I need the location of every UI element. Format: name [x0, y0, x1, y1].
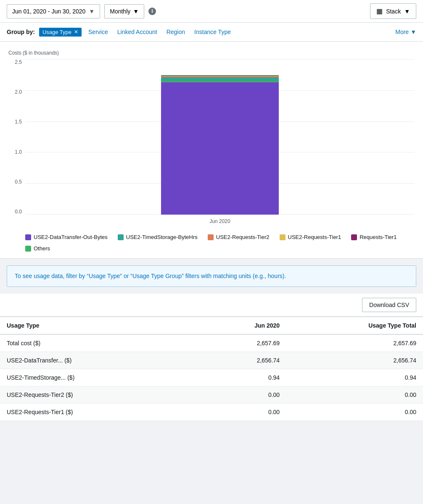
group-filter-service[interactable]: Service: [86, 27, 111, 37]
group-filter-instance-type[interactable]: Instance Type: [192, 27, 233, 37]
cell-jun: 0.00: [150, 404, 286, 421]
legend-color-others: [25, 246, 31, 252]
y-tick-2: 2.0: [8, 89, 24, 95]
cell-jun: 0.94: [150, 369, 286, 386]
legend-color-requests-tier1-b: [351, 234, 357, 240]
y-tick-05: 0.5: [8, 179, 24, 185]
date-chevron-icon: ▼: [89, 8, 95, 15]
cell-total: 2,656.74: [286, 352, 423, 369]
legend-color-data-transfer: [25, 234, 31, 240]
granularity-chevron-icon: ▼: [133, 8, 139, 15]
remove-group-tag-icon[interactable]: ✕: [74, 29, 78, 35]
legend-requests-tier1-b: Requests-Tier1: [351, 234, 397, 240]
download-csv-button[interactable]: Download CSV: [362, 298, 416, 312]
table-row: Total cost ($) 2,657.69 2,657.69: [0, 334, 423, 352]
y-axis: 0.0 0.5 1.0 1.5 2.0 2.5: [8, 59, 24, 215]
table-row: USE2-TimedStorage... ($) 0.94 0.94: [0, 369, 423, 386]
cell-total: 2,657.69: [286, 334, 423, 352]
cell-usage-type: USE2-DataTransfer... ($): [0, 352, 150, 369]
cell-total: 0.00: [286, 386, 423, 404]
usage-info-box: To see usage data, filter by “Usage Type…: [7, 265, 416, 287]
stack-label: Stack: [386, 8, 401, 15]
chart-grid: Jun 2020: [25, 59, 415, 227]
group-filter-region[interactable]: Region: [164, 27, 188, 37]
y-tick-15: 1.5: [8, 119, 24, 125]
cell-total: 0.94: [286, 369, 423, 386]
cell-usage-type: USE2-TimedStorage... ($): [0, 369, 150, 386]
y-tick-0: 0.0: [8, 209, 24, 215]
date-range-selector[interactable]: Jun 01, 2020 - Jun 30, 2020 ▼: [7, 4, 100, 18]
cell-usage-type: Total cost ($): [0, 334, 150, 352]
cell-usage-type: USE2-Requests-Tier1 ($): [0, 404, 150, 421]
chart-legend: USE2-DataTransfer-Out-Bytes USE2-TimedSt…: [8, 234, 415, 252]
granularity-label: Monthly: [110, 8, 130, 15]
table-section: Download CSV Usage Type Jun 2020 Usage T…: [0, 294, 423, 421]
x-label-jun2020: Jun 2020: [161, 218, 279, 224]
legend-color-timed-storage: [118, 234, 124, 240]
group-by-bar: Group by: Usage Type ✕ Service Linked Ac…: [0, 23, 423, 42]
group-by-label: Group by:: [7, 29, 35, 35]
x-labels: Jun 2020: [25, 215, 415, 227]
table-row: USE2-Requests-Tier1 ($) 0.00 0.00: [0, 404, 423, 421]
legend-timed-storage: USE2-TimedStorage-ByteHrs: [118, 234, 198, 240]
active-group-tag[interactable]: Usage Type ✕: [39, 28, 82, 37]
y-tick-25: 2.5: [8, 59, 24, 65]
bar-segment-data-transfer: [161, 81, 279, 215]
cell-usage-type: USE2-Requests-Tier2 ($): [0, 386, 150, 404]
col-header-jun2020: Jun 2020: [150, 317, 286, 334]
legend-label-data-transfer: USE2-DataTransfer-Out-Bytes: [34, 234, 108, 240]
bar-jun2020: [161, 75, 279, 215]
date-range-label: Jun 01, 2020 - Jun 30, 2020: [12, 8, 85, 15]
cell-jun: 0.00: [150, 386, 286, 404]
legend-data-transfer: USE2-DataTransfer-Out-Bytes: [25, 234, 108, 240]
legend-label-requests-tier2: USE2-Requests-Tier2: [216, 234, 270, 240]
chart-container: Costs ($ in thousands) 0.0 0.5 1.0 1.5 2…: [0, 42, 423, 259]
legend-label-requests-tier1: USE2-Requests-Tier1: [288, 234, 341, 240]
legend-others: Others: [25, 245, 50, 252]
stack-selector[interactable]: ▦ Stack ▼: [370, 3, 416, 19]
col-header-total: Usage Type Total: [286, 317, 423, 334]
top-bar: Jun 01, 2020 - Jun 30, 2020 ▼ Monthly ▼ …: [0, 0, 423, 23]
bar-chart-icon: ▦: [376, 7, 383, 15]
y-axis-label: Costs ($ in thousands): [8, 50, 415, 56]
granularity-selector[interactable]: Monthly ▼: [104, 4, 144, 18]
table-header-row: Download CSV: [0, 294, 423, 316]
cost-table: Usage Type Jun 2020 Usage Type Total Tot…: [0, 316, 423, 421]
legend-requests-tier1: USE2-Requests-Tier1: [280, 234, 341, 240]
active-group-label: Usage Type: [42, 29, 71, 35]
bars-row: [25, 59, 415, 215]
bar-segment-timed-storage: [161, 77, 279, 81]
legend-label-requests-tier1-b: Requests-Tier1: [360, 234, 397, 240]
chart-area: 0.0 0.5 1.0 1.5 2.0 2.5: [8, 59, 415, 227]
col-header-usage-type: Usage Type: [0, 317, 150, 334]
cell-total: 0.00: [286, 404, 423, 421]
usage-info-message: To see usage data, filter by “Usage Type…: [15, 273, 286, 279]
cell-jun: 2,657.69: [150, 334, 286, 352]
group-filter-linked-account[interactable]: Linked Account: [115, 27, 160, 37]
cell-jun: 2,656.74: [150, 352, 286, 369]
legend-color-requests-tier1: [280, 234, 286, 240]
y-tick-1: 1.0: [8, 149, 24, 155]
stack-chevron-icon: ▼: [404, 8, 410, 15]
info-icon[interactable]: ℹ: [148, 8, 156, 15]
table-row: USE2-Requests-Tier2 ($) 0.00 0.00: [0, 386, 423, 404]
more-filters-button[interactable]: More ▼: [395, 29, 416, 35]
more-chevron-icon: ▼: [410, 29, 416, 35]
legend-label-timed-storage: USE2-TimedStorage-ByteHrs: [126, 234, 198, 240]
legend-label-others: Others: [34, 245, 50, 252]
table-row: USE2-DataTransfer... ($) 2,656.74 2,656.…: [0, 352, 423, 369]
legend-requests-tier2: USE2-Requests-Tier2: [208, 234, 270, 240]
more-filters-label: More: [395, 29, 409, 35]
legend-color-requests-tier2: [208, 234, 214, 240]
